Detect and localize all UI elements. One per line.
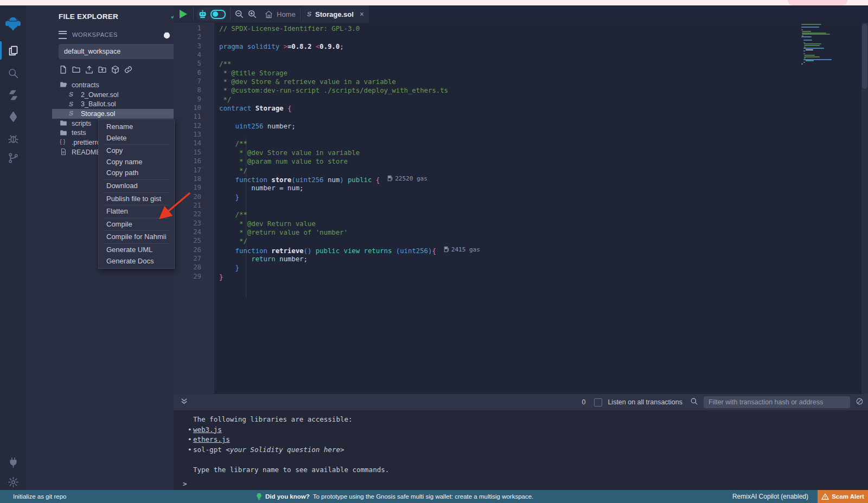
context-menu: RenameDeleteCopyCopy nameCopy pathDownlo… xyxy=(98,119,175,269)
menu-divider xyxy=(103,179,170,180)
line-number-gutter: 1234567891011121314151617181920212223242… xyxy=(174,23,214,394)
menu-item-copy[interactable]: Copy xyxy=(99,145,174,157)
terminal-search-icon[interactable] xyxy=(690,397,698,408)
ipfs-cube-icon[interactable] xyxy=(111,65,120,74)
ai-robot-icon[interactable] xyxy=(198,10,207,19)
terminal-text: Type the library name to see available c… xyxy=(193,466,389,474)
github-icon xyxy=(163,31,171,38)
terminal-line: Type the library name to see available c… xyxy=(193,465,868,475)
tree-item-label: scripts xyxy=(72,120,91,127)
activity-settings-icon[interactable] xyxy=(0,473,26,491)
transaction-filter-input[interactable] xyxy=(704,396,850,408)
activity-git-icon[interactable] xyxy=(0,149,26,167)
folder-open-icon xyxy=(60,81,68,89)
activity-search-icon[interactable] xyxy=(0,64,26,82)
zoom-out-icon[interactable] xyxy=(234,9,244,21)
code-line-20: } xyxy=(219,193,811,202)
terminal-link-ethers.js[interactable]: ethers.js xyxy=(193,435,230,443)
menu-item-rename[interactable]: Rename xyxy=(99,121,174,133)
browser-top-strip xyxy=(0,0,868,5)
menu-item-compile-for-nahmii[interactable]: Compile for Nahmii xyxy=(99,231,174,243)
line-number: 23 xyxy=(174,220,214,228)
zoom-in-icon[interactable] xyxy=(247,9,257,21)
line-number: 4 xyxy=(174,51,214,60)
activity-debugger-icon[interactable] xyxy=(0,129,26,147)
line-number: 3 xyxy=(174,42,214,51)
menu-item-download[interactable]: Download xyxy=(99,180,174,192)
tab-home-label: Home xyxy=(277,10,296,18)
braces-icon: { } xyxy=(60,138,68,146)
activity-plugin-manager-icon[interactable] xyxy=(0,453,26,472)
code-line-23: * @dev Return value xyxy=(219,220,811,228)
terminal-collapse-icon[interactable] xyxy=(181,397,188,407)
code-content[interactable]: // SPDX-License-Identifier: GPL-3.0pragm… xyxy=(214,23,811,394)
line-number: 29 xyxy=(174,273,214,281)
minimap-line xyxy=(803,48,824,49)
close-tab-icon[interactable]: × xyxy=(360,10,364,18)
terminal-prompt[interactable]: > xyxy=(183,479,187,489)
terminal-output[interactable]: The following libraries are accessible:•… xyxy=(174,410,868,490)
menu-divider xyxy=(103,205,170,205)
menu-item-generate-uml[interactable]: Generate UML xyxy=(99,244,174,256)
new-folder-icon[interactable] xyxy=(72,65,81,74)
minimap[interactable] xyxy=(801,24,833,65)
link-icon[interactable] xyxy=(124,65,133,74)
toolbar-divider xyxy=(193,8,194,21)
code-line-14: /** xyxy=(219,139,811,148)
activity-deploy-run-icon[interactable] xyxy=(0,107,26,126)
copilot-toggle[interactable] xyxy=(210,10,226,19)
menu-divider xyxy=(103,144,170,145)
tab-storage-sol[interactable]: S Storage.sol × xyxy=(302,5,369,23)
workspaces-label: WORKSPACES xyxy=(72,31,163,38)
tab-home[interactable]: Home xyxy=(259,5,301,23)
menu-item-copy-name[interactable]: Copy name xyxy=(99,157,174,168)
menu-item-flatten[interactable]: Flatten xyxy=(99,206,174,217)
line-number: 7 xyxy=(174,78,214,86)
menu-item-compile[interactable]: Compile xyxy=(99,219,174,230)
menu-item-delete[interactable]: Delete xyxy=(99,133,174,144)
menu-item-publish-file-to-gist[interactable]: Publish file to gist xyxy=(99,194,174,205)
line-number: 16 xyxy=(174,157,214,166)
code-line-6: * @title Storage xyxy=(219,69,811,78)
upload-file-icon[interactable] xyxy=(85,65,94,74)
code-line-13 xyxy=(219,131,811,139)
line-number: 13 xyxy=(174,131,214,139)
solidity-icon: S xyxy=(69,109,77,118)
gas-estimate-badge[interactable]: 2415 gas xyxy=(444,246,480,253)
editor-scrollbar-thumb[interactable] xyxy=(862,24,867,89)
minimap-line xyxy=(806,49,813,50)
activity-file-explorer-icon[interactable] xyxy=(0,41,26,60)
upload-folder-icon[interactable] xyxy=(98,65,107,74)
terminal-toolbar: 0 Listen on all transactions xyxy=(174,394,868,410)
clear-console-icon[interactable] xyxy=(856,397,864,408)
ai-copilot-group xyxy=(196,8,227,21)
copilot-status[interactable]: RemixAI Copilot (enabled) xyxy=(732,493,808,500)
menu-item-copy-path[interactable]: Copy path xyxy=(99,167,174,179)
code-editor[interactable]: 1234567891011121314151617181920212223242… xyxy=(174,23,868,394)
new-file-icon[interactable] xyxy=(59,65,68,74)
did-you-know-hint: Did you know? To prototype using the Gno… xyxy=(256,493,533,501)
line-number: 28 xyxy=(174,263,214,272)
workspace-select[interactable]: default_workspace xyxy=(59,44,192,59)
scam-alert-button[interactable]: Scam Alert xyxy=(818,490,868,503)
listen-checkbox[interactable] xyxy=(594,398,602,407)
terminal-link-web3.js[interactable]: web3.js xyxy=(193,425,222,434)
line-number: 21 xyxy=(174,202,214,210)
code-line-12: uint256 number; xyxy=(219,122,811,131)
code-line-21 xyxy=(219,202,811,210)
line-number: 5 xyxy=(174,60,214,68)
code-line-18: function store(uint256 num) public {2252… xyxy=(219,175,811,184)
toolbar-divider xyxy=(230,8,231,21)
gas-estimate-badge[interactable]: 22520 gas xyxy=(387,175,427,182)
remix-logo-icon[interactable] xyxy=(0,13,26,35)
code-line-8: * @custom:dev-run-script ./scripts/deplo… xyxy=(219,86,811,95)
code-line-15: * @dev Store value in variable xyxy=(219,149,811,157)
hamburger-menu-icon[interactable] xyxy=(59,31,67,39)
run-script-button[interactable] xyxy=(178,9,189,19)
menu-item-generate-docs[interactable]: Generate Docs xyxy=(99,256,174,267)
activity-solidity-compiler-icon[interactable] xyxy=(0,86,26,104)
git-init-button[interactable]: Initialize as git repo xyxy=(13,493,66,500)
scam-alert-label: Scam Alert xyxy=(832,493,864,500)
menu-divider xyxy=(103,230,170,231)
hint-bold: Did you know? xyxy=(265,493,310,500)
